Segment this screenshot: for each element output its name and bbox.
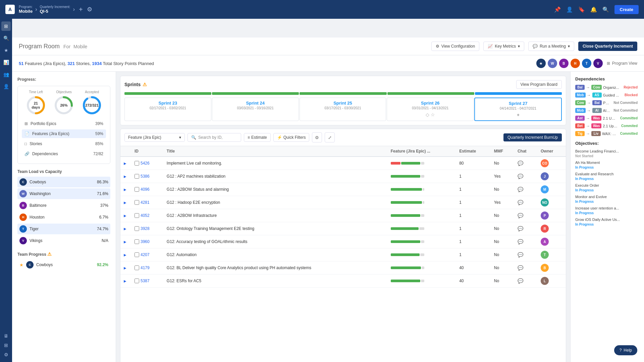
bar-gray bbox=[421, 214, 424, 217]
row-id[interactable]: 5387 bbox=[141, 279, 150, 283]
row-id[interactable]: 4096 bbox=[141, 187, 150, 192]
row-title: G12: Accuracy testing of GOALrithmic res… bbox=[167, 239, 248, 244]
dep-from-tag: Tig bbox=[575, 131, 585, 136]
feature-bar-cell bbox=[387, 170, 456, 183]
table-row: ▶ 4207 G12: Automation 1 No 💬 T bbox=[120, 248, 566, 261]
expand-button[interactable]: ▶ bbox=[124, 240, 126, 244]
team-load-item: T Tiger 74.7% bbox=[17, 224, 110, 234]
settings-icon[interactable]: ⚙ bbox=[87, 6, 92, 13]
sidebar-gear-icon[interactable]: ⚙ bbox=[1, 350, 11, 359]
key-metrics-button[interactable]: 📈 Key Metrics ▾ bbox=[483, 42, 524, 51]
chat-cell: 💬 bbox=[514, 170, 537, 183]
chat-icon[interactable]: 💬 bbox=[518, 200, 523, 205]
expand-button[interactable]: ▶ bbox=[124, 162, 126, 165]
sidebar-monitor-icon[interactable]: 🖥 bbox=[1, 331, 11, 341]
expand-button[interactable]: ▶ bbox=[124, 201, 126, 204]
create-button[interactable]: Create bbox=[614, 5, 639, 14]
bookmark-icon[interactable]: 🔖 bbox=[578, 6, 585, 13]
chat-icon[interactable]: 💬 bbox=[518, 278, 523, 284]
team-pct: 74.7% bbox=[97, 227, 108, 231]
row-id[interactable]: 5386 bbox=[141, 174, 150, 179]
expand-button[interactable]: ▶ bbox=[124, 214, 126, 218]
settings-icon-btn[interactable]: ⚙ bbox=[312, 132, 322, 142]
star-icon: ★ bbox=[19, 262, 23, 267]
help-button[interactable]: ? Help bbox=[614, 345, 637, 355]
row-title: G12: Automation bbox=[167, 252, 197, 257]
row-id[interactable]: 4179 bbox=[141, 265, 150, 270]
obj-status: In Progress bbox=[575, 177, 639, 181]
expand-button[interactable]: ▶ bbox=[124, 253, 126, 257]
add-icon[interactable]: + bbox=[79, 6, 83, 13]
dep-to-tag: AS bbox=[592, 93, 602, 98]
chat-icon[interactable]: 💬 bbox=[518, 174, 523, 179]
expand-button[interactable]: ▶ bbox=[124, 266, 126, 270]
row-id[interactable]: 5426 bbox=[141, 161, 150, 166]
sidebar-search-icon[interactable]: 🔍 bbox=[1, 34, 11, 43]
view-config-button[interactable]: ⚙ View Configuration bbox=[431, 42, 480, 51]
pin-icon[interactable]: 📌 bbox=[554, 6, 561, 13]
chat-icon[interactable]: 💬 bbox=[518, 252, 523, 257]
sidebar-star-icon[interactable]: ★ bbox=[1, 46, 11, 55]
row-checkbox[interactable] bbox=[135, 161, 139, 166]
run-meeting-button[interactable]: 💬 Run a Meeting ▾ bbox=[528, 42, 574, 51]
bell-icon[interactable]: 🔔 bbox=[590, 6, 597, 13]
feature-bar-cell bbox=[387, 248, 456, 261]
dep-to-tag: Bal bbox=[592, 100, 602, 105]
sidebar-team-icon[interactable]: 👥 bbox=[1, 70, 11, 79]
chat-icon[interactable]: 💬 bbox=[518, 187, 523, 192]
dep-description: Organiz... bbox=[603, 85, 621, 89]
row-id[interactable]: 3928 bbox=[141, 226, 150, 231]
sidebar-grid-icon[interactable]: ⊞ bbox=[1, 341, 11, 350]
user-icon[interactable]: 👤 bbox=[566, 6, 573, 13]
obj-item: Monitor and Evolve In Progress bbox=[575, 195, 639, 203]
row-checkbox[interactable] bbox=[135, 174, 139, 179]
expand-button[interactable]: ▶ bbox=[124, 175, 126, 178]
row-checkbox[interactable] bbox=[135, 265, 139, 270]
search-icon[interactable]: 🔍 bbox=[602, 6, 609, 13]
sidebar-home-icon[interactable]: ⊞ bbox=[1, 21, 11, 31]
row-checkbox[interactable] bbox=[135, 200, 139, 205]
filter-icon: ⚡ bbox=[277, 135, 282, 140]
chat-icon[interactable]: 💬 bbox=[518, 161, 523, 166]
expand-button[interactable]: ▶ bbox=[124, 227, 126, 231]
row-checkbox[interactable] bbox=[135, 187, 139, 192]
row-id[interactable]: 4052 bbox=[141, 213, 150, 218]
table-row: ▶ 3928 G12: Ontology Training Management… bbox=[120, 222, 566, 235]
row-id[interactable]: 4207 bbox=[141, 252, 150, 257]
chat-icon[interactable]: 💬 bbox=[518, 213, 523, 218]
quick-filters-button[interactable]: ⚡ Quick Filters bbox=[273, 133, 310, 142]
row-checkbox[interactable] bbox=[135, 213, 139, 218]
team-logo: V bbox=[19, 237, 27, 244]
view-board-button[interactable]: View Program Board bbox=[516, 80, 562, 89]
col-chat: Chat bbox=[514, 146, 537, 157]
expand-icon-btn[interactable]: ⤢ bbox=[325, 132, 335, 142]
program-view-button[interactable]: ⊞ Program View bbox=[607, 61, 637, 66]
dep-description: AI Calle... bbox=[603, 109, 611, 113]
chat-icon[interactable]: 💬 bbox=[518, 239, 523, 244]
row-checkbox[interactable] bbox=[135, 279, 139, 283]
sidebar-chart-icon[interactable]: 📊 bbox=[1, 58, 11, 67]
chat-icon[interactable]: 💬 bbox=[518, 265, 523, 270]
feature-bar-cell bbox=[387, 235, 456, 248]
page-header-actions: ⚙ View Configuration 📈 Key Metrics ▾ 💬 R… bbox=[431, 42, 637, 51]
sprint-bar-4 bbox=[387, 92, 474, 95]
sprint-timeline bbox=[124, 92, 562, 95]
expand-button[interactable]: ▶ bbox=[124, 188, 126, 191]
row-id[interactable]: 3960 bbox=[141, 239, 150, 244]
app-logo[interactable]: A bbox=[5, 5, 15, 14]
table-wrapper: ID Title Feature (Jira Epic) ... Estimat… bbox=[120, 146, 566, 362]
sprint-col-24: Sprint 24 03/03/2021 - 03/16/2021 bbox=[212, 98, 299, 121]
table-row: ▶ 4281 G12 : Hadoop E2E encryption 1 Yes… bbox=[120, 196, 566, 209]
row-checkbox[interactable] bbox=[135, 239, 139, 244]
feature-select[interactable]: Feature (Jira Epic) ▾ bbox=[124, 133, 185, 142]
row-id[interactable]: 4281 bbox=[141, 200, 150, 205]
expand-button[interactable]: ▶ bbox=[124, 279, 126, 283]
bar-gray bbox=[423, 188, 424, 191]
estimate-button[interactable]: ≡ Estimate bbox=[244, 133, 271, 142]
sidebar-user-icon[interactable]: 👤 bbox=[1, 82, 11, 91]
burnup-button[interactable]: Quarterly Increment BurnUp bbox=[503, 133, 562, 141]
close-qi-button[interactable]: Close Quarterly Increment bbox=[578, 42, 637, 51]
row-checkbox[interactable] bbox=[135, 252, 139, 257]
row-checkbox[interactable] bbox=[135, 226, 139, 231]
chat-icon[interactable]: 💬 bbox=[518, 226, 523, 231]
